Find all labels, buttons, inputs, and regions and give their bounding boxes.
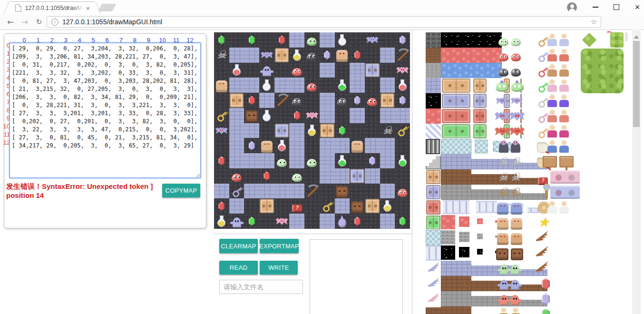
map-cell-pale-green-slime[interactable]	[274, 153, 290, 168]
map-cell-brick-wall[interactable]	[395, 108, 410, 123]
map-cell-brick-wall[interactable]	[244, 153, 259, 168]
tileset-item-diag[interactable]	[426, 124, 441, 139]
tileset-item-cowboy-pair[interactable]	[502, 306, 517, 314]
url-text[interactable]: 127.0.0.1:1055/drawMapGUI.html	[62, 18, 162, 26]
map-cell-dark-floor[interactable]	[214, 63, 229, 78]
tileset-item-white-girl-pair[interactable]	[550, 200, 566, 215]
map-cell-brick-wall[interactable]	[229, 153, 244, 168]
map-cell-brick-wall[interactable]	[244, 48, 259, 63]
map-cell-brick-wall[interactable]	[320, 93, 335, 108]
tileset-item-door[interactable]	[441, 108, 471, 124]
map-cell-pink-bat[interactable]	[274, 214, 290, 229]
map-cell-red-gem[interactable]	[350, 48, 365, 63]
map-cell-green-potion[interactable]	[335, 78, 350, 93]
map-cell-pickaxe[interactable]	[395, 48, 410, 63]
tileset-item-door[interactable]	[473, 108, 487, 124]
map-cell-red-gem[interactable]	[289, 108, 304, 123]
map-cell-brick-wall[interactable]	[320, 108, 335, 123]
map-cell-dark-floor[interactable]	[304, 168, 320, 184]
map-cell-ghost[interactable]	[229, 214, 244, 229]
tileset-item-bat-pair[interactable]	[502, 93, 517, 108]
map-cell-dark-floor[interactable]	[214, 168, 229, 184]
tab-close-icon[interactable]: ×	[86, 5, 90, 11]
tileset-item-dwarf-pair[interactable]	[550, 48, 566, 63]
tileset-item-door[interactable]	[441, 93, 471, 108]
map-cell-red-gem[interactable]	[350, 214, 365, 229]
map-cell-dark-floor[interactable]	[244, 198, 259, 214]
map-cell-red-book[interactable]	[289, 198, 304, 214]
tileset-item-brickblue[interactable]	[426, 78, 441, 93]
map-cell-brick-wall[interactable]	[259, 184, 274, 199]
tileset-item-big-bat-pair[interactable]	[502, 108, 517, 124]
map-cell-orange-door[interactable]	[259, 198, 274, 214]
exportmap-button[interactable]: EXPORTMAP	[260, 239, 299, 253]
tileset-item-signpost-pair[interactable]	[550, 154, 566, 169]
window-close-button[interactable]: ×	[628, 0, 644, 14]
tileset-item-black-slime-pair[interactable]	[502, 63, 517, 78]
tileset-item-brickblue[interactable]	[441, 261, 471, 276]
tileset-palette[interactable]: ☠☠☠☠☠☠★	[426, 32, 625, 314]
map-cell-brick-wall[interactable]	[259, 153, 274, 168]
map-cell-brick-wall[interactable]	[244, 78, 259, 93]
tileset-item-brickbrown[interactable]	[441, 306, 471, 314]
map-cell-dark-floor[interactable]	[320, 184, 335, 199]
scrollbar-up-arrow-icon[interactable]	[634, 35, 639, 39]
tileset-item-lattice[interactable]	[426, 230, 441, 245]
map-cell-brick-wall[interactable]	[365, 138, 380, 153]
tileset-item-redf[interactable]	[441, 215, 455, 229]
copymap-button[interactable]: COPYMAP	[162, 184, 200, 197]
map-cell-purple-gem[interactable]	[320, 48, 335, 63]
tileset-item-pillar[interactable]	[443, 200, 469, 214]
map-cell-black-slime[interactable]	[304, 48, 320, 63]
map-cell-dark-floor[interactable]	[304, 93, 320, 108]
map-cell-brick-wall[interactable]	[320, 63, 335, 78]
map-cell-dark-floor[interactable]	[365, 78, 380, 93]
map-cell-purple-gem[interactable]	[365, 153, 380, 168]
map-cell-purple-gem[interactable]	[395, 32, 410, 48]
map-cell-dark-floor[interactable]	[304, 138, 320, 153]
map-cell-brick-wall[interactable]	[289, 32, 304, 48]
forward-icon[interactable]: →	[18, 14, 31, 29]
map-cell-brick-wall[interactable]	[244, 184, 259, 199]
read-button[interactable]: READ	[219, 261, 258, 275]
map-cell-green-gem[interactable]	[335, 123, 350, 138]
browser-tab[interactable]: 127.0.0.1:1055/drawMa ×	[10, 1, 94, 14]
map-cell-brick-wall[interactable]	[380, 108, 395, 123]
tileset-item-blue-knight-pair[interactable]	[502, 200, 517, 215]
tileset-item-night[interactable]	[477, 249, 483, 255]
map-cell-silver-key[interactable]	[229, 184, 244, 199]
tileset-item-stairs[interactable]	[426, 154, 441, 169]
tileset-item-feather-down[interactable]	[535, 245, 548, 257]
tileset-item-water[interactable]	[441, 63, 502, 78]
map-cell-green-gem[interactable]	[395, 214, 410, 229]
map-cell-red-slime[interactable]	[304, 78, 320, 93]
map-cell-dark-floor[interactable]	[335, 108, 350, 123]
tileset-item-red-ghost-pair[interactable]	[502, 291, 517, 306]
tileset-item-door[interactable]	[441, 124, 471, 139]
tileset-item-door[interactable]	[426, 215, 441, 230]
map-matrix-textarea[interactable]	[9, 42, 201, 178]
profile-icon[interactable]	[567, 2, 577, 12]
tileset-item-feather-up[interactable]	[535, 261, 548, 272]
write-button[interactable]: WRITE	[260, 261, 298, 275]
tileset-item-green-gem[interactable]	[538, 306, 553, 314]
map-cell-green-potion[interactable]	[335, 153, 350, 168]
map-cell-pickaxe[interactable]	[274, 93, 290, 108]
tileset-item-night[interactable]	[426, 93, 441, 108]
map-cell-purple-bat[interactable]	[214, 123, 229, 138]
tileset-item-door[interactable]	[426, 185, 441, 200]
map-cell-pale-green-slime[interactable]	[289, 168, 304, 184]
tileset-item-lattice[interactable]	[475, 140, 488, 153]
map-cell-dark-floor[interactable]	[214, 93, 229, 108]
map-cell-dark-floor[interactable]	[350, 32, 365, 48]
tileset-item-brickblue[interactable]	[441, 154, 471, 169]
map-cell-red-gem[interactable]	[214, 198, 229, 214]
tileset-item-red-gem[interactable]	[538, 276, 553, 291]
tileset-item-door[interactable]	[473, 78, 487, 93]
map-cell-brick-wall[interactable]	[289, 214, 304, 229]
tileset-item-old-man-pair[interactable]	[550, 32, 566, 48]
tileset-item-redf[interactable]	[441, 48, 502, 63]
map-cell-dark-floor[interactable]	[214, 138, 229, 153]
tileset-item-vampire-pair[interactable]	[502, 139, 517, 154]
tileset-item-bars[interactable]	[426, 139, 441, 154]
